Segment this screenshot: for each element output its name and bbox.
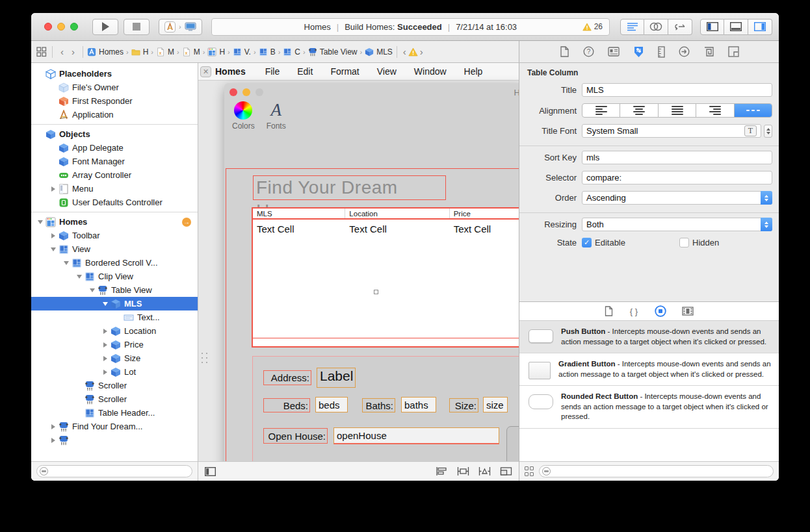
breadcrumb-item[interactable]: B	[259, 47, 276, 57]
column-resize-handle[interactable]	[374, 290, 378, 294]
menu-close-icon[interactable]: ✕	[200, 66, 211, 77]
table-cell[interactable]: Text Cell	[253, 220, 345, 338]
issue-warning-icon[interactable]	[408, 47, 418, 57]
library-item-push-button[interactable]: Push Button - Intercepts mouse-down even…	[519, 321, 779, 353]
title-font-field[interactable]: System Small T	[582, 124, 761, 138]
version-editor-button[interactable]	[668, 19, 692, 35]
resolve-autolayout-button[interactable]	[478, 466, 491, 476]
design-minimize-button[interactable]	[242, 88, 250, 96]
design-menu-format[interactable]: Format	[330, 66, 359, 77]
tree-item-first-responder[interactable]: 1First Responder	[31, 94, 198, 108]
run-button[interactable]	[92, 19, 118, 35]
disclosure-triangle-icon[interactable]	[49, 233, 57, 238]
sort-key-field[interactable]: mls	[582, 151, 772, 164]
file-template-library-icon[interactable]	[605, 306, 613, 316]
tree-item-menu[interactable]: Menu	[31, 182, 198, 196]
breadcrumb-item[interactable]: MLS	[365, 47, 393, 57]
tree-item-clip-view[interactable]: Clip View	[31, 270, 198, 283]
assistant-editor-button[interactable]	[644, 19, 668, 35]
order-popup[interactable]: Ascending	[582, 191, 772, 205]
box-design[interactable]	[506, 426, 519, 461]
quick-help-inspector-icon[interactable]: ?	[583, 46, 594, 57]
resizing-popup[interactable]: Both	[582, 218, 772, 231]
tree-item-toolbar[interactable]: Toolbar	[31, 229, 198, 242]
colors-toolbar-item[interactable]: Colors	[232, 101, 255, 131]
design-menu-window[interactable]: Window	[414, 66, 447, 77]
breadcrumb-item[interactable]: Table View	[308, 47, 358, 57]
tree-item-text[interactable]: Text...	[31, 310, 198, 324]
identity-inspector-icon[interactable]	[608, 47, 620, 57]
zoom-button[interactable]	[70, 23, 78, 31]
table-header-design[interactable]: MLSLocationPrice	[253, 209, 519, 220]
align-left-segment[interactable]	[582, 104, 620, 117]
disclosure-triangle-icon[interactable]	[101, 342, 109, 348]
breadcrumb-item[interactable]: C	[283, 47, 300, 57]
title-field[interactable]: MLS	[582, 83, 772, 97]
forward-button[interactable]: ›	[68, 46, 79, 57]
tree-item-price[interactable]: Price	[31, 338, 198, 351]
design-menu-help[interactable]: Help	[464, 66, 483, 77]
file-inspector-icon[interactable]	[560, 46, 569, 57]
tree-item-font-manager[interactable]: Font Manager	[31, 155, 198, 168]
table-cell[interactable]: Text Cell	[450, 220, 519, 338]
disclosure-triangle-icon[interactable]	[101, 356, 109, 361]
table-body-design[interactable]: Text CellText CellText Cell	[253, 220, 519, 338]
breadcrumb-item[interactable]: V.	[233, 47, 251, 57]
pin-button[interactable]	[457, 466, 469, 476]
size-label-design[interactable]: Size:	[449, 398, 478, 412]
tree-item-bordered-scroll-v[interactable]: Bordered Scroll V...	[31, 256, 198, 270]
disclosure-triangle-icon[interactable]	[101, 302, 109, 306]
navigator-toggle-button[interactable]	[700, 19, 724, 35]
tree-item-array-controller[interactable]: Array Controller	[31, 168, 198, 182]
font-panel-button[interactable]: T	[744, 125, 757, 136]
table-view-design[interactable]: MLSLocationPrice Text CellText CellText …	[252, 207, 519, 348]
tree-item-partial[interactable]	[31, 433, 198, 447]
design-menu-homes[interactable]: Homes	[215, 66, 246, 77]
standard-editor-button[interactable]	[620, 19, 644, 35]
library-grid-view-icon[interactable]	[525, 466, 534, 476]
table-cell[interactable]: Text Cell	[345, 220, 449, 338]
align-justify-segment[interactable]	[659, 104, 696, 117]
filter-field[interactable]	[36, 465, 192, 477]
breadcrumb-item[interactable]: xM	[182, 47, 200, 57]
tree-item-objects[interactable]: Objects	[31, 127, 198, 141]
heading-label-design[interactable]: Find Your Dream Home	[253, 175, 446, 200]
tree-item-scroller[interactable]: Scroller	[31, 379, 198, 392]
resizing-behavior-button[interactable]	[500, 466, 512, 476]
align-right-segment[interactable]	[696, 104, 734, 117]
open-house-field-design[interactable]: openHouse	[333, 427, 499, 444]
view-effects-inspector-icon[interactable]	[728, 46, 739, 57]
disclosure-triangle-icon[interactable]	[75, 275, 83, 279]
close-button[interactable]	[44, 23, 52, 31]
tree-item-placeholders[interactable]: Placeholders	[31, 67, 198, 81]
scheme-selector[interactable]: ›	[159, 19, 202, 35]
tree-item-location[interactable]: Location	[31, 324, 198, 338]
beds-field-design[interactable]: beds	[315, 397, 348, 412]
align-center-segment[interactable]	[620, 104, 658, 117]
tree-item-table-view[interactable]: Table View	[31, 283, 198, 297]
tree-item-table-header[interactable]: Table Header...	[31, 406, 198, 420]
table-column-header-location[interactable]: Location	[345, 209, 449, 218]
address-value-design[interactable]: Label	[317, 368, 356, 388]
breadcrumb-item[interactable]: xM	[156, 47, 174, 57]
disclosure-triangle-icon[interactable]	[49, 424, 57, 429]
previous-issue-button[interactable]: ‹	[401, 46, 408, 57]
debug-area-toggle-button[interactable]	[724, 19, 748, 35]
breadcrumb-item[interactable]: H	[207, 47, 225, 57]
tree-item-view[interactable]: View	[31, 242, 198, 256]
library-item-rounded-rect-button[interactable]: Rounded Rect Button - Intercepts mouse-d…	[519, 386, 779, 429]
design-close-button[interactable]	[229, 88, 237, 96]
utilities-toggle-button[interactable]	[748, 19, 772, 35]
canvas-resize-knob[interactable]	[202, 353, 207, 363]
homes-window-design[interactable]: Ho Colors A Fonts Find Y	[224, 83, 519, 461]
fonts-toolbar-item[interactable]: A Fonts	[267, 101, 286, 131]
connections-inspector-icon[interactable]	[679, 46, 690, 57]
disclosure-triangle-icon[interactable]	[62, 261, 70, 265]
disclosure-triangle-icon[interactable]	[88, 288, 96, 292]
editable-checkbox[interactable]: ✓	[582, 238, 592, 247]
design-menu-edit[interactable]: Edit	[297, 66, 313, 77]
attributes-inspector-icon[interactable]	[633, 46, 644, 58]
size-field-design[interactable]: size	[483, 397, 508, 412]
tree-item-application[interactable]: Application	[31, 108, 198, 121]
design-menu-view[interactable]: View	[377, 66, 397, 77]
